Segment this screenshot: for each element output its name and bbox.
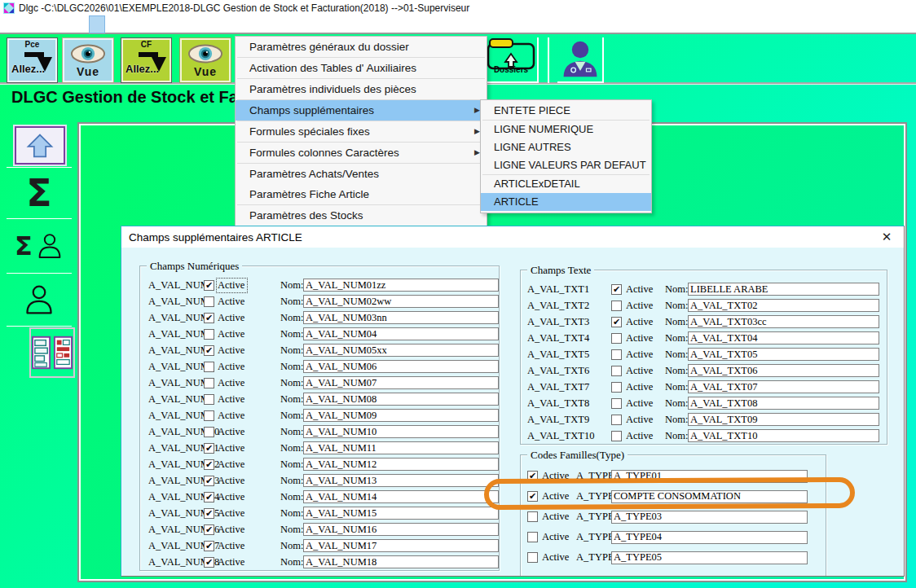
menubar-item[interactable] bbox=[16, 16, 31, 33]
active-checkbox[interactable]: ✔ bbox=[204, 541, 214, 551]
type-name-input[interactable] bbox=[611, 551, 808, 564]
menubar-item[interactable] bbox=[75, 16, 90, 33]
field-name-input[interactable] bbox=[303, 393, 499, 406]
active-checkbox[interactable] bbox=[527, 511, 538, 522]
field-name-input[interactable] bbox=[688, 315, 879, 328]
menubar-item[interactable] bbox=[119, 16, 134, 33]
menu-item[interactable]: Paramètres Achats/Ventes ▶ bbox=[236, 164, 487, 184]
submenu-item[interactable]: ARTICLE bbox=[481, 193, 651, 211]
submenu-item[interactable]: ENTETE PIECE bbox=[481, 102, 651, 120]
submenu-item[interactable]: LIGNE VALEURS PAR DEFAUT bbox=[481, 156, 651, 174]
menubar-item[interactable] bbox=[134, 16, 148, 33]
field-name-input[interactable] bbox=[303, 327, 499, 340]
field-name-input[interactable] bbox=[303, 523, 499, 536]
field-name-input[interactable] bbox=[303, 539, 499, 552]
active-checkbox[interactable]: ✔ bbox=[204, 508, 214, 519]
field-name-input[interactable] bbox=[688, 283, 879, 296]
field-name-input[interactable] bbox=[303, 507, 499, 520]
field-name-input[interactable] bbox=[688, 331, 879, 344]
submenu-item[interactable]: LIGNE NUMERIQUE bbox=[481, 121, 651, 138]
field-name-input[interactable] bbox=[303, 376, 499, 389]
active-checkbox[interactable] bbox=[611, 301, 622, 311]
active-checkbox[interactable]: ✔ bbox=[204, 280, 214, 291]
active-checkbox[interactable]: ✔ bbox=[611, 284, 622, 295]
sidebar-person-button[interactable] bbox=[7, 274, 72, 325]
field-name-input[interactable] bbox=[688, 380, 879, 393]
field-name-input[interactable] bbox=[303, 279, 499, 292]
allez-cf-button[interactable]: CF Allez... bbox=[121, 37, 172, 83]
active-checkbox[interactable] bbox=[527, 532, 538, 542]
menubar-item[interactable] bbox=[60, 16, 75, 33]
active-checkbox[interactable]: ✔ bbox=[204, 492, 214, 502]
active-checkbox[interactable] bbox=[204, 329, 214, 340]
field-name-input[interactable] bbox=[688, 429, 879, 442]
active-checkbox[interactable] bbox=[204, 410, 214, 421]
user-profile-button[interactable] bbox=[557, 37, 604, 83]
sidebar-sum-button[interactable]: Σ bbox=[7, 169, 72, 217]
dossiers-button[interactable]: Dossiers bbox=[485, 37, 539, 83]
allez-pce-button[interactable]: Pce Allez... bbox=[7, 37, 58, 83]
field-name-input[interactable] bbox=[688, 299, 879, 312]
menubar-item[interactable] bbox=[31, 16, 46, 33]
active-checkbox[interactable]: ✔ bbox=[204, 443, 214, 454]
active-checkbox[interactable] bbox=[204, 296, 214, 307]
active-checkbox[interactable]: ✔ bbox=[527, 471, 538, 481]
active-checkbox[interactable] bbox=[204, 362, 214, 372]
vue-cf-button[interactable]: Vue bbox=[179, 37, 231, 83]
field-name-input[interactable] bbox=[303, 344, 499, 357]
sidebar-lists-button[interactable] bbox=[31, 329, 73, 376]
active-checkbox[interactable] bbox=[611, 382, 622, 393]
active-checkbox[interactable]: ✔ bbox=[204, 524, 214, 535]
active-checkbox[interactable] bbox=[611, 398, 622, 409]
menubar-item[interactable] bbox=[148, 16, 163, 33]
active-checkbox[interactable] bbox=[204, 394, 214, 405]
active-checkbox[interactable] bbox=[204, 427, 214, 437]
active-checkbox[interactable] bbox=[611, 366, 622, 376]
menu-item[interactable]: Paramètres Fiche Article ▶ bbox=[236, 184, 487, 204]
field-name-input[interactable] bbox=[303, 441, 499, 454]
sidebar-up-button[interactable] bbox=[15, 126, 65, 165]
vue-pce-button[interactable]: Vue bbox=[62, 37, 114, 83]
menubar-item[interactable] bbox=[104, 16, 119, 33]
type-name-input[interactable] bbox=[611, 470, 808, 483]
field-name-input[interactable] bbox=[303, 360, 499, 373]
active-checkbox[interactable] bbox=[611, 431, 622, 441]
menubar-item[interactable] bbox=[2, 16, 16, 33]
type-name-input[interactable] bbox=[611, 531, 808, 544]
type-name-input[interactable] bbox=[611, 490, 808, 503]
menu-item[interactable]: Activation des Tables d' Auxiliaires ▶ bbox=[236, 58, 487, 78]
active-checkbox[interactable]: ✔ bbox=[527, 491, 538, 502]
active-checkbox[interactable]: ✔ bbox=[204, 476, 214, 486]
sidebar-sum-by-person-button[interactable]: Σ bbox=[7, 220, 72, 272]
field-name-input[interactable] bbox=[688, 397, 879, 410]
field-name-input[interactable] bbox=[688, 364, 879, 377]
active-checkbox[interactable]: ✔ bbox=[204, 459, 214, 470]
menu-item[interactable]: Formules colonnes Caractères ▶ bbox=[236, 143, 487, 163]
field-name-input[interactable] bbox=[303, 458, 499, 471]
active-checkbox[interactable] bbox=[527, 552, 538, 563]
field-name-input[interactable] bbox=[303, 425, 499, 438]
menu-item[interactable]: Paramètres individuels des pièces ▶ bbox=[236, 79, 487, 99]
active-checkbox[interactable] bbox=[611, 333, 622, 344]
field-name-input[interactable] bbox=[303, 409, 499, 422]
field-name-input[interactable] bbox=[688, 413, 879, 426]
active-checkbox[interactable] bbox=[611, 349, 622, 360]
menubar-item[interactable] bbox=[90, 16, 104, 33]
type-name-input[interactable] bbox=[611, 511, 808, 524]
active-checkbox[interactable] bbox=[204, 378, 214, 388]
active-checkbox[interactable]: ✔ bbox=[204, 313, 214, 323]
submenu-item[interactable]: LIGNE AUTRES bbox=[481, 138, 651, 156]
menu-item[interactable]: Paramètres généraux du dossier ▶ bbox=[236, 37, 487, 57]
active-checkbox[interactable]: ✔ bbox=[611, 317, 622, 327]
active-checkbox[interactable]: ✔ bbox=[204, 557, 214, 568]
field-name-input[interactable] bbox=[688, 348, 879, 361]
menu-item[interactable]: Paramètres des Stocks ▶ bbox=[236, 205, 487, 226]
menu-item[interactable]: Formules spéciales fixes ▶ bbox=[236, 121, 487, 142]
close-icon[interactable]: ✕ bbox=[879, 230, 894, 244]
field-name-input[interactable] bbox=[303, 295, 499, 308]
active-checkbox[interactable] bbox=[611, 415, 622, 425]
field-name-input[interactable] bbox=[303, 555, 499, 568]
field-name-input[interactable] bbox=[303, 311, 499, 324]
submenu-item[interactable]: ARTICLExDETAIL bbox=[481, 175, 651, 193]
menu-item[interactable]: Champs supplémentaires ▶ bbox=[236, 100, 487, 121]
